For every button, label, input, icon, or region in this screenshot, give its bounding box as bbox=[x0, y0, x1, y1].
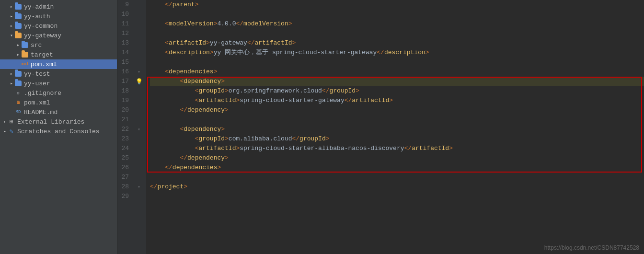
gutter-cell bbox=[137, 96, 146, 105]
line-number: 15 bbox=[117, 58, 133, 67]
sidebar-label: src bbox=[31, 42, 42, 49]
gutter-cell bbox=[137, 115, 146, 125]
code-line: </dependencies> bbox=[150, 163, 644, 173]
sidebar-item-scratches[interactable]: ✎ Scratches and Consoles bbox=[0, 127, 117, 136]
xml-file-icon: 🗎 bbox=[14, 99, 22, 106]
gutter-cell bbox=[137, 153, 146, 163]
fold-close-icon[interactable]: ▾ bbox=[138, 184, 140, 190]
sidebar-label: Scratches and Consoles bbox=[17, 128, 100, 135]
line-number: 13 bbox=[117, 38, 133, 48]
line-number: 23 bbox=[117, 134, 133, 144]
arrow-icon bbox=[2, 128, 8, 134]
sidebar-item-ext-libraries[interactable]: ⊞ External Libraries bbox=[0, 117, 117, 127]
sidebar-label: target bbox=[31, 51, 53, 58]
gutter-cell bbox=[137, 19, 146, 29]
sidebar-item-gitignore[interactable]: ⚙ .gitignore bbox=[0, 88, 117, 98]
line-numbers: 9101112131415161718192021222324252627282… bbox=[117, 0, 137, 254]
sidebar-label: pom.xml bbox=[31, 61, 57, 68]
gutter-cell bbox=[137, 10, 146, 19]
gutter-cell: ▾ bbox=[137, 182, 146, 192]
arrow-icon bbox=[9, 13, 14, 19]
code-line: <groupId>org.springframework.cloud</grou… bbox=[150, 86, 644, 96]
fold-open-icon[interactable]: ▾ bbox=[138, 69, 140, 75]
code-line bbox=[150, 173, 644, 182]
arrow-icon bbox=[15, 61, 21, 67]
sidebar-item-yy-test[interactable]: yy-test bbox=[0, 69, 117, 79]
folder-icon bbox=[21, 51, 29, 58]
line-number: 16 bbox=[117, 67, 133, 77]
line-number: 29 bbox=[117, 192, 133, 201]
code-line: </parent> bbox=[150, 0, 644, 10]
gutter-cell: 💡 bbox=[137, 77, 146, 86]
arrow-icon bbox=[9, 90, 14, 96]
arrow-icon bbox=[9, 71, 14, 77]
sidebar-item-yy-gateway[interactable]: yy-gateway bbox=[0, 31, 117, 40]
sidebar-item-readme[interactable]: MD README.md bbox=[0, 107, 117, 117]
code-line bbox=[150, 58, 644, 67]
sidebar-item-yy-common[interactable]: yy-common bbox=[0, 21, 117, 31]
line-number: 21 bbox=[117, 115, 133, 125]
arrow-icon bbox=[9, 100, 14, 105]
sidebar-label: External Libraries bbox=[17, 118, 84, 126]
line-number: 18 bbox=[117, 86, 133, 96]
sidebar-label: README.md bbox=[24, 109, 58, 116]
code-line bbox=[150, 192, 644, 201]
line-number: 27 bbox=[117, 173, 133, 182]
sidebar-item-yy-user[interactable]: yy-user bbox=[0, 79, 117, 88]
folder-icon bbox=[21, 41, 29, 49]
xml-file-icon: xml bbox=[21, 60, 29, 68]
sidebar-label: yy-auth bbox=[24, 13, 50, 20]
sidebar-item-yy-auth[interactable]: yy-auth bbox=[0, 12, 117, 21]
gitignore-icon: ⚙ bbox=[14, 89, 22, 97]
arrow-icon bbox=[9, 109, 14, 115]
project-sidebar: yy-admin yy-auth yy-common yy-gateway sr… bbox=[0, 0, 117, 254]
arrow-icon bbox=[9, 33, 14, 38]
fold-open-icon[interactable]: ▾ bbox=[138, 127, 140, 132]
md-file-icon: MD bbox=[14, 108, 22, 116]
folder-icon bbox=[14, 22, 22, 30]
watermark: https://blog.csdn.net/CSDN87742528 bbox=[544, 244, 639, 251]
arrow-icon bbox=[9, 4, 14, 10]
arrow-icon bbox=[9, 81, 14, 86]
code-editor: 9101112131415161718192021222324252627282… bbox=[117, 0, 644, 254]
folder-icon bbox=[14, 70, 22, 78]
code-content[interactable]: </parent> <modelVersion>4.0.0</modelVers… bbox=[146, 0, 644, 254]
sidebar-item-target[interactable]: target bbox=[0, 50, 117, 59]
folder-icon bbox=[14, 80, 22, 87]
gutter-cell bbox=[137, 144, 146, 153]
line-number: 28 bbox=[117, 182, 133, 192]
bulb-icon[interactable]: 💡 bbox=[136, 78, 143, 85]
gutter-cell bbox=[137, 38, 146, 48]
line-number: 14 bbox=[117, 48, 133, 58]
folder-icon bbox=[14, 3, 22, 11]
gutter-cell: ▾ bbox=[137, 67, 146, 77]
sidebar-item-pom-xml[interactable]: xml pom.xml bbox=[0, 59, 117, 69]
arrow-icon bbox=[2, 119, 8, 125]
code-line: <modelVersion>4.0.0</modelVersion> bbox=[150, 19, 644, 29]
code-line: <dependency> bbox=[150, 77, 644, 86]
sidebar-label: yy-admin bbox=[24, 3, 54, 11]
code-line: <artifactId>yy-gateway</artifactId> bbox=[150, 38, 644, 48]
arrow-icon bbox=[9, 23, 14, 29]
sidebar-label: .gitignore bbox=[24, 90, 61, 97]
gutter-cell bbox=[137, 29, 146, 38]
gutter-cell bbox=[137, 163, 146, 173]
gutter-cell bbox=[137, 192, 146, 201]
code-line bbox=[150, 115, 644, 125]
sidebar-item-yy-admin[interactable]: yy-admin bbox=[0, 2, 117, 12]
sidebar-item-src[interactable]: src bbox=[0, 40, 117, 50]
gutter-cell bbox=[137, 86, 146, 96]
scratches-icon: ✎ bbox=[8, 127, 15, 135]
sidebar-item-pom-root[interactable]: 🗎 pom.xml bbox=[0, 98, 117, 107]
sidebar-label: yy-test bbox=[24, 70, 50, 78]
line-number: 10 bbox=[117, 10, 133, 19]
sidebar-label: yy-user bbox=[24, 80, 50, 87]
gutter-cell bbox=[137, 0, 146, 10]
gutter-cell bbox=[137, 173, 146, 182]
arrow-icon bbox=[15, 42, 21, 48]
line-number: 20 bbox=[117, 105, 133, 115]
code-line: <dependencies> bbox=[150, 67, 644, 77]
line-number: 24 bbox=[117, 144, 133, 153]
line-number: 22 bbox=[117, 125, 133, 134]
folder-icon bbox=[14, 12, 22, 20]
